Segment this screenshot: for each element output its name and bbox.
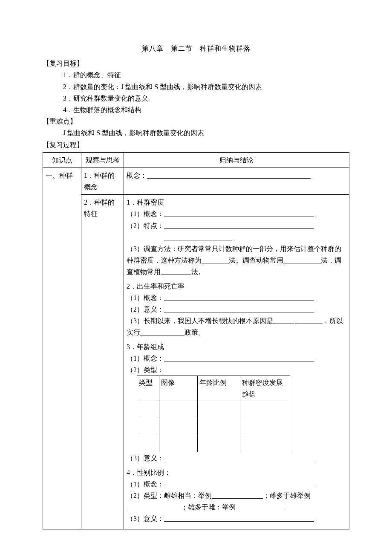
- inner-h-type: 类型: [137, 376, 159, 401]
- age-p3: （3）意义：__________________________________…: [127, 452, 346, 464]
- birth-title: 2．出生率和死亡率: [127, 280, 346, 292]
- age-type-table: 类型 图像 年龄比例 种群密度发展趋势: [137, 376, 290, 452]
- goal-item: 1．群的概念、特征: [63, 69, 349, 81]
- header-knowledge: 知识点: [43, 152, 81, 168]
- process-heading: 【复习过程】: [43, 139, 349, 150]
- sex-p3: （3）意义：__________________________________…: [127, 513, 346, 524]
- birth-p2: （2）意义：__________________________________…: [127, 304, 346, 315]
- inner-cell: [240, 418, 290, 435]
- sex-title: 4．性别比例：: [127, 467, 346, 478]
- density-p2a: （2）特点：__________________________________…: [127, 220, 346, 231]
- review-table: 知识点 观察与思考 归纳与结论 一、种群 1．种群的概念 概念：________…: [43, 152, 349, 529]
- age-title: 3．年龄组成: [127, 341, 346, 353]
- inner-h-image: 图像: [159, 376, 198, 401]
- birth-p1: （1）概念：__________________________________…: [127, 292, 346, 304]
- goal-item: 3．研究种群数量变化的意义: [63, 92, 349, 104]
- keypoints-text: J 型曲线和 S 型曲线，影响种群数量变化的因素: [43, 127, 349, 139]
- inner-header-row: 类型 图像 年龄比例 种群密度发展趋势: [137, 376, 290, 401]
- age-p2: （2）类型：: [127, 364, 346, 376]
- inner-cell: [137, 401, 159, 418]
- cell-conclusion: 1．种群密度 （1）概念：___________________________…: [124, 195, 349, 529]
- inner-row: [137, 401, 290, 418]
- sex-p1: （1）概念：__________________________________…: [127, 478, 346, 490]
- goals-list: 1．群的概念、特征 2．群数量的变化：J 型曲线和 S 型曲线，影响种群数量变化…: [43, 69, 349, 116]
- cell-knowledge: 一、种群: [43, 168, 81, 529]
- inner-cell: [240, 401, 290, 418]
- inner-cell: [159, 401, 198, 418]
- inner-row: [137, 435, 290, 452]
- inner-row: [137, 418, 290, 435]
- cell-conclusion: 概念：_____________________________________…: [124, 168, 349, 194]
- cell-observe: 1．种群的概念: [81, 168, 124, 194]
- density-title: 1．种群密度: [127, 197, 346, 208]
- cell-observe: 2．种群的特征: [81, 195, 124, 529]
- inner-cell: [159, 418, 198, 435]
- concept-line: 概念：_____________________________________…: [127, 170, 346, 181]
- inner-cell: [137, 418, 159, 435]
- header-conclusion: 归纳与结论: [124, 152, 349, 168]
- age-p1: （1）概念：__________________________________…: [127, 353, 346, 364]
- inner-cell: [240, 435, 290, 452]
- inner-cell: [198, 418, 240, 435]
- page-title: 第八章 第二节 种群和生物群落: [43, 43, 349, 54]
- keypoints-heading: 【重难点】: [43, 116, 349, 127]
- density-p2b: ____________________: [127, 231, 346, 243]
- goal-item: 4．生物群落的概念和结构: [63, 104, 349, 116]
- table-row: 2．种群的特征 1．种群密度 （1）概念：___________________…: [43, 195, 349, 529]
- header-observe: 观察与思考: [81, 152, 124, 168]
- goal-item: 2．群数量的变化：J 型曲线和 S 型曲线，影响种群数量变化的因素: [63, 81, 349, 92]
- density-p3: （3）调查方法：研究者常常只计数种群的一部分，用来估计整个种群的种群密度，这种方…: [127, 243, 346, 278]
- density-p1: （1）概念：__________________________________…: [127, 208, 346, 220]
- sex-p2: （2）类型：雌雄相当：举例_______________；雌多于雄举例_____…: [127, 490, 346, 513]
- goals-heading: 【复习目标】: [43, 58, 349, 69]
- inner-cell: [198, 401, 240, 418]
- inner-h-ratio: 年龄比例: [198, 376, 240, 401]
- table-row: 一、种群 1．种群的概念 概念：________________________…: [43, 168, 349, 194]
- birth-p3: （3）长期以来，我国人不增长很快的根本原因是______ ________，所以…: [127, 315, 346, 338]
- table-header-row: 知识点 观察与思考 归纳与结论: [43, 152, 349, 168]
- inner-cell: [198, 435, 240, 452]
- inner-cell: [137, 435, 159, 452]
- inner-h-trend: 种群密度发展趋势: [240, 376, 290, 401]
- inner-cell: [159, 435, 198, 452]
